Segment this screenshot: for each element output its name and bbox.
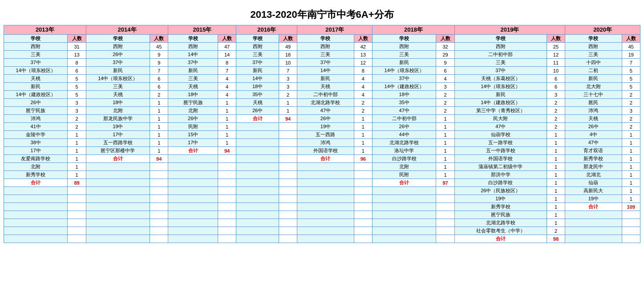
- cell-num: 29: [436, 51, 454, 59]
- cell-num: 1: [68, 139, 86, 147]
- cell-num: [279, 147, 297, 155]
- col-header-num-2015: 人数: [218, 35, 236, 43]
- cell-num: 1: [279, 99, 297, 107]
- cell-num: 2: [622, 115, 640, 123]
- cell-num: 2: [279, 91, 297, 99]
- cell-school: [236, 195, 279, 203]
- cell-num: 1: [150, 107, 168, 115]
- cell-school: 4中: [565, 131, 622, 139]
- cell-num: 1: [622, 155, 640, 163]
- cell-num: 1: [68, 163, 86, 171]
- cell-school: 47中: [454, 123, 547, 131]
- cell-num: 1: [436, 147, 454, 155]
- cell-num: 1: [622, 139, 640, 147]
- cell-school: 民附: [168, 123, 218, 131]
- cell-num: 45: [150, 43, 168, 51]
- cell-school: 新民: [236, 67, 279, 75]
- cell-school: [297, 235, 354, 243]
- cell-school: [373, 227, 436, 235]
- cell-num: 6: [547, 83, 565, 91]
- cell-school: 洛坛中学: [373, 147, 436, 155]
- cell-num: 5: [622, 83, 640, 91]
- cell-num: 10: [279, 59, 297, 67]
- col-header-school-2015: 学校: [168, 35, 218, 43]
- cell-school: 外国语学校: [297, 147, 354, 155]
- cell-num: 3: [279, 83, 297, 91]
- cell-school: [86, 203, 150, 211]
- cell-num: 1: [547, 171, 565, 179]
- cell-num: 2: [436, 91, 454, 99]
- cell-num: 9: [150, 59, 168, 67]
- cell-school: [168, 227, 218, 235]
- cell-num: [279, 131, 297, 139]
- cell-school: 新民: [454, 91, 547, 99]
- cell-num: 2: [68, 115, 86, 123]
- cell-school: 41中: [4, 123, 68, 131]
- cell-school: [236, 211, 279, 219]
- cell-num: 1: [218, 115, 236, 123]
- cell-num: [150, 163, 168, 171]
- cell-num: 3: [68, 107, 86, 115]
- cell-num: [279, 171, 297, 179]
- cell-school: 14中（琅东校区）: [454, 83, 547, 91]
- cell-school: 三美: [86, 83, 150, 91]
- cell-school: 沛鸿: [565, 107, 622, 115]
- cell-school: [236, 163, 279, 171]
- cell-school: 天桃: [86, 91, 150, 99]
- year-header-2020: 2020年: [565, 25, 640, 35]
- cell-num: [436, 211, 454, 219]
- cell-num: 1: [354, 139, 372, 147]
- cell-school: [236, 123, 279, 131]
- cell-school: 天桃: [565, 115, 622, 123]
- cell-num: 4: [218, 75, 236, 83]
- cell-school: 14中（建政校区）: [4, 91, 68, 99]
- cell-num: [436, 227, 454, 235]
- cell-school: 育才双语: [565, 147, 622, 155]
- cell-school: 合计: [454, 235, 547, 243]
- col-header-num-2020: 人数: [622, 35, 640, 43]
- cell-school: 37中: [454, 67, 547, 75]
- cell-num: [150, 171, 168, 179]
- cell-school: 17中: [168, 139, 218, 147]
- year-header-2017: 2017年: [297, 25, 373, 35]
- cell-num: [354, 227, 372, 235]
- cell-num: [68, 211, 86, 219]
- cell-school: 邕宁民族: [168, 99, 218, 107]
- cell-school: [86, 163, 150, 171]
- table-row: 西附31西附45西附47西附49西附42西附32西附25西附45: [4, 43, 640, 51]
- cell-num: [218, 163, 236, 171]
- cell-num: [68, 227, 86, 235]
- cell-school: 二初: [565, 67, 622, 75]
- table-row: 14中（建政校区）5天桃218中435中2二中初中部418中2新民3三十七中2: [4, 91, 640, 99]
- cell-num: 1: [354, 147, 372, 155]
- cell-school: [86, 211, 150, 219]
- cell-school: 白沙路学校: [454, 179, 547, 187]
- col-header-num-2017: 人数: [354, 35, 372, 43]
- cell-num: 10: [547, 67, 565, 75]
- cell-num: [436, 195, 454, 203]
- table-row: 26中（民族校区）1高新民大1: [4, 187, 640, 195]
- cell-school: 五一路学校: [454, 139, 547, 147]
- cell-school: [297, 211, 354, 219]
- table-row: 新民5三美6天桃418中3天桃414中（建政校区）314中（琅东校区）6北大附5: [4, 83, 640, 91]
- cell-school: 高新民大: [565, 187, 622, 195]
- cell-num: 2: [622, 91, 640, 99]
- cell-num: 1: [150, 115, 168, 123]
- col-header-school-2020: 学校: [565, 35, 622, 43]
- cell-school: 北附: [86, 107, 150, 115]
- cell-num: [150, 219, 168, 227]
- table-row: 天桃514中（琅东校区）6三美414中3新民437中4天桃（东葛校区）6新民5: [4, 75, 640, 83]
- page-title: 2013-2020年南宁市中考6A+分布: [4, 4, 640, 25]
- cell-school: [373, 219, 436, 227]
- cell-school: 17中: [4, 147, 68, 155]
- cell-school: [236, 139, 279, 147]
- col-header-num-2018: 人数: [436, 35, 454, 43]
- cell-school: 三美: [454, 59, 547, 67]
- cell-num: 1: [354, 131, 372, 139]
- col-header-school-2019: 学校: [454, 35, 547, 43]
- cell-num: 1: [547, 147, 565, 155]
- cell-num: 1: [622, 179, 640, 187]
- cell-school: 新秀学校: [4, 171, 68, 179]
- cell-school: 47中: [565, 139, 622, 147]
- cell-num: 14: [218, 51, 236, 59]
